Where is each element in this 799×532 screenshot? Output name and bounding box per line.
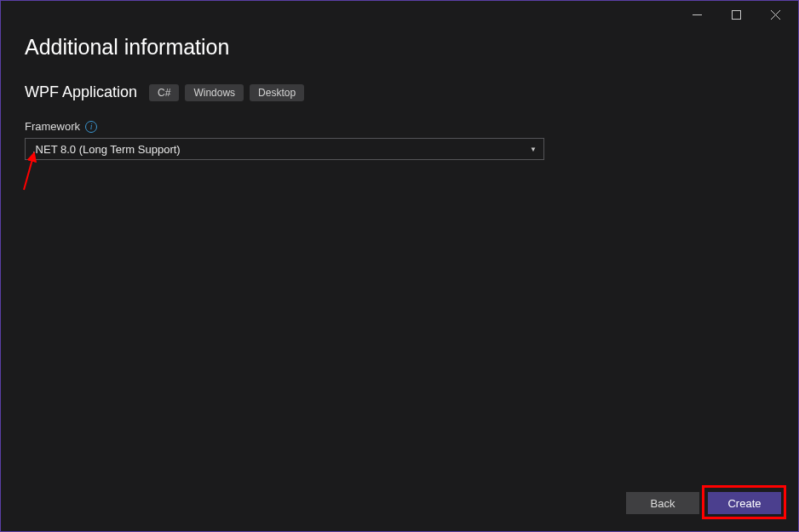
subheader-row: WPF Application C# Windows Desktop <box>25 83 774 101</box>
content-area: Additional information WPF Application C… <box>1 28 798 160</box>
svg-rect-1 <box>732 10 740 19</box>
framework-selected-value: .NET 8.0 (Long Term Support) <box>32 143 181 156</box>
project-template-title: WPF Application <box>25 83 137 101</box>
tag-csharp: C# <box>149 84 179 101</box>
info-icon[interactable]: i <box>85 121 97 133</box>
minimize-icon <box>693 10 702 20</box>
close-icon <box>771 10 780 20</box>
close-button[interactable] <box>756 2 795 27</box>
page-title: Additional information <box>25 35 774 60</box>
maximize-icon <box>732 10 741 20</box>
create-button[interactable]: Create <box>708 492 781 514</box>
tag-desktop: Desktop <box>250 84 304 101</box>
back-button[interactable]: Back <box>626 492 699 514</box>
bottom-button-bar: Back Create <box>626 492 781 514</box>
framework-dropdown[interactable]: .NET 8.0 (Long Term Support) ▼ <box>25 138 544 160</box>
minimize-button[interactable] <box>677 2 716 27</box>
maximize-button[interactable] <box>716 2 756 27</box>
tag-windows: Windows <box>185 84 244 101</box>
framework-label-row: Framework i <box>25 120 774 133</box>
framework-label: Framework <box>25 120 80 133</box>
tag-list: C# Windows Desktop <box>149 84 304 101</box>
chevron-down-icon: ▼ <box>530 146 537 153</box>
titlebar <box>1 1 798 28</box>
